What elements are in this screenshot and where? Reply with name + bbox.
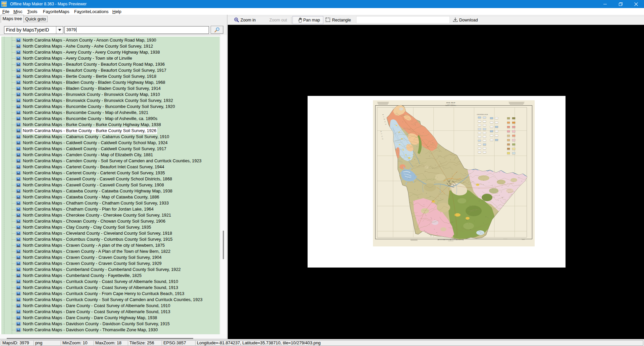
- svg-text:CONVENTIONAL SIGNS: CONVENTIONAL SIGNS: [477, 114, 488, 115]
- svg-text:SOIL MAP: SOIL MAP: [446, 102, 455, 104]
- svg-text:NORTH CAROLINA: NORTH CAROLINA: [445, 105, 456, 106]
